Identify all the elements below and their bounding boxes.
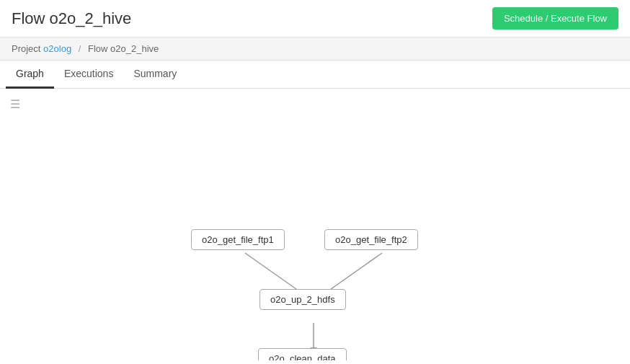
node-o2o-clean-data[interactable]: o2o_clean_data — [258, 348, 347, 360]
graph-svg — [0, 89, 630, 360]
node-o2o-get-file-ftp1[interactable]: o2o_get_file_ftp1 — [191, 229, 285, 250]
page-title: Flow o2o_2_hive — [12, 9, 131, 28]
schedule-execute-button[interactable]: Schedule / Execute Flow — [492, 7, 618, 30]
breadcrumb-project-link[interactable]: o2olog — [43, 43, 71, 54]
breadcrumb-project-label: Project — [12, 43, 40, 54]
node-o2o-get-file-ftp2[interactable]: o2o_get_file_ftp2 — [324, 229, 418, 250]
tab-executions[interactable]: Executions — [54, 61, 123, 89]
breadcrumb-flow-label: Flow o2o_2_hive — [88, 43, 159, 54]
breadcrumb-separator: / — [79, 43, 81, 54]
graph-area: ☰ o2o_get_file_ftp1 o2o_get_file_ftp2 o2… — [0, 89, 630, 360]
tab-graph[interactable]: Graph — [6, 61, 54, 89]
header: Flow o2o_2_hive Schedule / Execute Flow — [0, 0, 630, 37]
tab-summary[interactable]: Summary — [123, 61, 187, 89]
breadcrumb: Project o2olog / Flow o2o_2_hive — [0, 37, 630, 61]
node-o2o-up-2-hdfs[interactable]: o2o_up_2_hdfs — [259, 289, 346, 310]
tabs-bar: Graph Executions Summary — [0, 61, 630, 89]
